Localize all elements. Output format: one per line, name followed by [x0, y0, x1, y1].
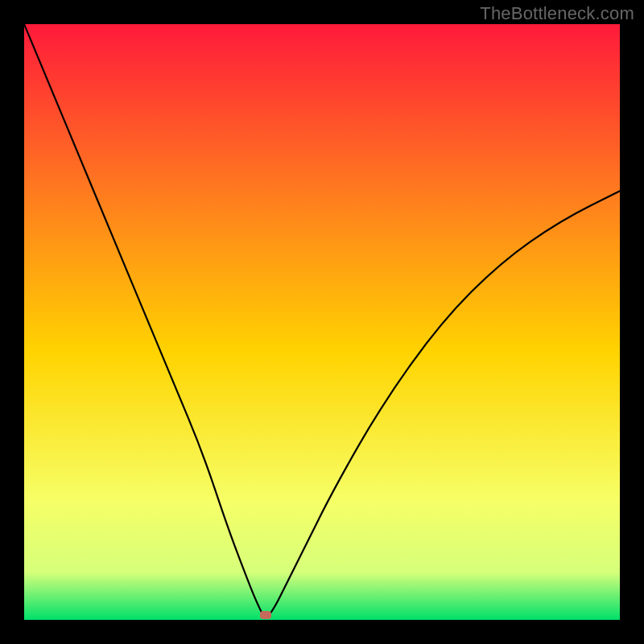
target-point-marker — [260, 611, 271, 619]
bottleneck-curve — [24, 24, 620, 620]
watermark-text: TheBottleneck.com — [480, 3, 634, 24]
chart-frame: TheBottleneck.com — [0, 0, 644, 644]
plot-area — [24, 24, 620, 620]
